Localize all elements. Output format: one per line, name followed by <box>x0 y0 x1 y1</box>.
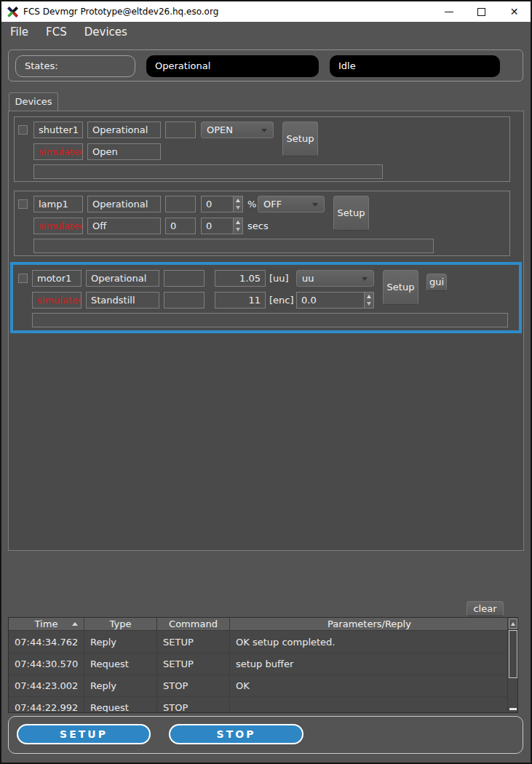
scrollbar-up-icon <box>511 622 515 626</box>
minimize-icon <box>445 12 453 12</box>
lamp1-action-dropdown[interactable]: OFF <box>258 196 325 212</box>
log-row[interactable]: 07:44:22.992 Request STOP <box>9 697 509 713</box>
shutter1-setup-button[interactable]: Setup <box>282 122 318 156</box>
close-button[interactable]: ✕ <box>498 1 531 22</box>
menu-item-devices[interactable]: Devices <box>84 25 127 39</box>
chevron-down-icon <box>362 277 368 281</box>
motor1-substate-field: Standstill <box>86 292 159 309</box>
lamp1-substate-field: Off <box>87 218 161 234</box>
log-scrollbar-track[interactable] <box>507 618 517 712</box>
maximize-button[interactable] <box>465 1 498 22</box>
shutter1-checkbox[interactable] <box>18 125 28 135</box>
states-label: States: <box>15 55 135 77</box>
log-cell-type: Request <box>84 697 157 713</box>
lamp1-field2: 0 <box>165 218 196 234</box>
log-cell-time: 07:44:22.992 <box>9 697 84 713</box>
manager-state-field: Operational <box>146 55 319 77</box>
log-row[interactable]: 07:44:34.762 Reply SETUP OK setup comple… <box>9 632 509 653</box>
device-row-shutter1: shutter1 Operational OPEN Setup simulate… <box>14 116 510 182</box>
chevron-down-icon <box>312 203 318 207</box>
shutter1-simulated-label: simulated <box>33 143 83 160</box>
menu-item-file[interactable]: File <box>10 25 28 39</box>
motor1-simulated-label: simulated <box>32 292 82 309</box>
log-cell-command: SETUP <box>157 653 230 675</box>
log-cell-type: Request <box>84 653 157 675</box>
column-header-time[interactable]: Time <box>9 618 84 631</box>
motor1-extra-field <box>164 270 205 287</box>
close-icon: ✕ <box>510 7 519 17</box>
stop-command-button[interactable]: STOP <box>169 724 303 744</box>
scrollbar-down-button[interactable] <box>509 708 517 710</box>
motor1-state-field: Operational <box>86 270 159 287</box>
spin-up-icon[interactable] <box>236 220 240 224</box>
shutter1-action-dropdown[interactable]: OPEN <box>201 122 274 138</box>
log-cell-type: Reply <box>84 675 157 697</box>
column-header-command[interactable]: Command <box>157 618 230 631</box>
lamp1-buffer-input[interactable] <box>33 239 434 253</box>
lamp1-timer-spinbox[interactable]: 0 <box>201 218 243 234</box>
lamp1-checkbox[interactable] <box>18 199 28 209</box>
lamp1-state-field: Operational <box>87 196 161 212</box>
log-row[interactable]: 07:44:23.002 Reply STOP OK <box>9 675 509 697</box>
log-table-header: Time Type Command Parameters/Reply <box>9 618 509 631</box>
shutter1-extra-field <box>165 122 196 138</box>
log-cell-parameters: OK <box>230 675 509 697</box>
column-header-parameters[interactable]: Parameters/Reply <box>230 618 509 631</box>
motor1-extra2-field <box>164 292 205 309</box>
tab-devices[interactable]: Devices <box>9 92 58 111</box>
motor1-checkbox[interactable] <box>18 274 28 283</box>
states-groupbox: States: Operational Idle <box>8 49 523 81</box>
x-server-logo-icon <box>7 6 19 18</box>
log-table: Time Type Command Parameters/Reply 07:44… <box>8 617 518 713</box>
log-cell-command: SETUP <box>157 632 230 653</box>
app-window: FCS Devmgr Prototype@eltdev26.hq.eso.org… <box>0 0 532 764</box>
shutter1-buffer-input[interactable] <box>33 164 383 179</box>
spin-down-icon[interactable] <box>236 228 240 231</box>
spin-down-icon[interactable] <box>236 206 240 210</box>
lamp1-setup-button[interactable]: Setup <box>333 196 369 231</box>
clear-log-button[interactable]: clear <box>467 601 504 616</box>
lamp1-intensity-value: 0 <box>202 196 232 212</box>
scrollbar-thumb[interactable] <box>509 630 517 678</box>
spin-up-icon[interactable] <box>236 199 240 202</box>
shutter1-name-field: shutter1 <box>33 122 83 138</box>
log-cell-type: Reply <box>84 632 157 653</box>
lamp1-percent-label: % <box>247 196 256 212</box>
motor1-setup-button[interactable]: Setup <box>383 270 418 305</box>
spin-up-icon[interactable] <box>367 295 371 298</box>
spin-down-icon[interactable] <box>367 302 371 306</box>
minimize-button[interactable] <box>432 1 465 22</box>
log-cell-time: 07:44:23.002 <box>9 675 84 697</box>
motor1-target-value: 0.0 <box>297 293 363 308</box>
device-row-motor1-selected: motor1 Operational 1.05 [uu] uu Setup gu… <box>10 262 522 333</box>
motor1-position-unit-label: [uu] <box>269 270 289 287</box>
lamp1-extra-field <box>165 196 196 212</box>
log-cell-parameters <box>230 697 509 713</box>
log-cell-time: 07:44:34.762 <box>9 632 84 653</box>
lamp1-intensity-spinbox[interactable]: 0 <box>201 196 243 212</box>
title-bar: FCS Devmgr Prototype@eltdev26.hq.eso.org… <box>1 1 531 22</box>
shutter1-action-value: OPEN <box>207 124 233 135</box>
column-header-type[interactable]: Type <box>84 618 157 631</box>
setup-command-button[interactable]: SETUP <box>17 724 151 744</box>
log-cell-parameters: setup buffer <box>230 653 509 675</box>
log-row[interactable]: 07:44:30.570 Request SETUP setup buffer <box>9 653 509 675</box>
sort-asc-icon <box>72 622 78 626</box>
shutter1-substate-field: Open <box>87 143 161 160</box>
motor1-encoder-field: 11 <box>215 292 266 309</box>
motor1-name-field: motor1 <box>32 270 82 287</box>
shutter1-state-field: Operational <box>87 122 161 138</box>
lamp1-name-field: lamp1 <box>33 196 83 212</box>
lamp1-secs-label: secs <box>247 218 269 234</box>
motor1-gui-button[interactable]: gui <box>426 274 447 291</box>
log-cell-time: 07:44:30.570 <box>9 653 84 675</box>
menu-item-fcs[interactable]: FCS <box>46 25 67 39</box>
motor1-unit-dropdown[interactable]: uu <box>296 270 374 287</box>
menu-bar: File FCS Devices <box>1 22 531 42</box>
chevron-down-icon <box>261 129 267 132</box>
motor1-target-spinbox[interactable]: 0.0 <box>296 292 374 309</box>
motor1-encoder-unit-label: [enc] <box>269 292 294 309</box>
lamp1-timer-value: 0 <box>202 218 232 234</box>
scrollbar-up-button[interactable] <box>509 618 517 629</box>
motor1-buffer-input[interactable] <box>32 313 508 327</box>
